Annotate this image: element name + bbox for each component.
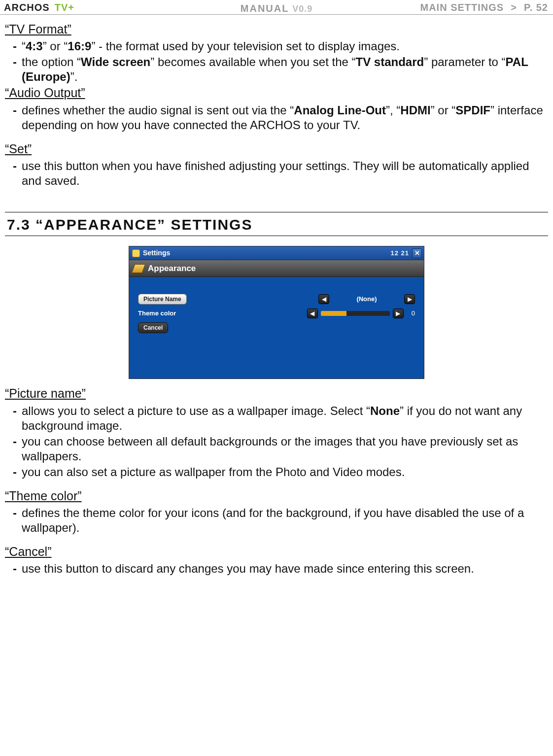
text: ” or “ (431, 103, 456, 117)
list-item: you can also set a picture as wallpaper … (22, 465, 548, 480)
list-item: the option “Wide screen” becomes availab… (22, 55, 548, 84)
audio-output-heading: “Audio Output” (5, 85, 548, 101)
chevron-right-icon: > (511, 1, 517, 14)
tv-format-list: “4:3” or “16:9” - the format used by you… (5, 39, 548, 84)
list-item: defines whether the audio signal is sent… (22, 103, 548, 133)
manual-version: V0.9 (292, 4, 312, 14)
picture-name-button[interactable]: Picture Name (138, 294, 187, 305)
theme-color-label: Theme color (138, 309, 191, 317)
picture-name-row: Picture Name ◀ (None) ▶ (138, 294, 415, 305)
screenshot-time: 12 21 (390, 249, 409, 257)
text: the option “ (22, 55, 81, 69)
settings-icon (132, 249, 140, 257)
list-item: use this button when you have finished a… (22, 159, 548, 188)
tv-format-heading: “TV Format” (5, 22, 548, 37)
text: ” parameter to “ (424, 55, 505, 69)
text: defines whether the audio signal is sent… (22, 103, 294, 117)
picture-name-heading: “Picture name” (5, 386, 548, 401)
tvplus-label: TV+ (55, 1, 74, 14)
archos-logo: ARCHOS (4, 1, 50, 14)
theme-color-row: Theme color ◀ ▶ 0 (138, 309, 415, 318)
header-bar: ARCHOS TV+ MANUAL V0.9 MAIN SETTINGS > P… (0, 0, 553, 15)
list-item: allows you to select a picture to use as… (22, 404, 548, 433)
arrow-left-icon[interactable]: ◀ (307, 309, 318, 318)
cancel-button[interactable]: Cancel (138, 322, 168, 333)
list-item: “4:3” or “16:9” - the format used by you… (22, 39, 548, 54)
bold-text: 16:9 (68, 39, 91, 53)
set-list: use this button when you have finished a… (5, 159, 548, 188)
set-heading: “Set” (5, 141, 548, 157)
screenshot-title: Settings (143, 249, 170, 258)
text: “ (22, 39, 26, 53)
cancel-heading: “Cancel” (5, 544, 548, 559)
breadcrumb: MAIN SETTINGS (420, 1, 504, 14)
close-icon[interactable]: ✕ (412, 248, 422, 258)
bold-text: SPDIF (455, 103, 490, 117)
picture-name-value: (None) (332, 294, 401, 304)
bold-text: Wide screen (81, 55, 150, 69)
bold-text: None (370, 404, 400, 417)
cancel-row: Cancel (138, 322, 415, 333)
appearance-icon (132, 264, 146, 273)
cancel-list: use this button to discard any changes y… (5, 561, 548, 576)
bold-text: HDMI (400, 103, 430, 117)
theme-color-list: defines the theme color for your icons (… (5, 506, 548, 535)
bold-text: 4:3 (26, 39, 43, 53)
text: ” or “ (43, 39, 68, 53)
theme-color-slider[interactable] (321, 311, 390, 316)
screenshot-panel-title: Appearance (148, 263, 196, 274)
arrow-left-icon[interactable]: ◀ (318, 294, 329, 304)
list-item: use this button to discard any changes y… (22, 561, 548, 576)
text: allows you to select a picture to use as… (22, 404, 370, 417)
picture-name-list: allows you to select a picture to use as… (5, 404, 548, 480)
page-number: P. 52 (524, 1, 548, 14)
text: ”. (70, 70, 78, 83)
theme-color-heading: “Theme color” (5, 488, 548, 504)
appearance-screenshot: Settings 12 21 ✕ Appearance Picture Name… (129, 246, 424, 379)
screenshot-panel-header: Appearance (129, 260, 424, 277)
audio-output-list: defines whether the audio signal is sent… (5, 103, 548, 133)
bold-text: Analog Line-Out (294, 103, 386, 117)
text: ” - the format used by your television s… (91, 39, 400, 53)
bold-text: TV standard (356, 55, 424, 69)
arrow-right-icon[interactable]: ▶ (393, 309, 404, 318)
section-title-appearance: 7.3 “Appearance” settings (5, 212, 548, 237)
arrow-right-icon[interactable]: ▶ (404, 294, 415, 304)
list-item: you can choose between all default backg… (22, 434, 548, 464)
text: ”, “ (386, 103, 400, 117)
list-item: defines the theme color for your icons (… (22, 506, 548, 535)
theme-color-value: 0 (412, 309, 415, 317)
screenshot-titlebar: Settings 12 21 ✕ (129, 246, 424, 260)
text: ” becomes available when you set the “ (150, 55, 355, 69)
manual-label: MANUAL (241, 3, 289, 14)
